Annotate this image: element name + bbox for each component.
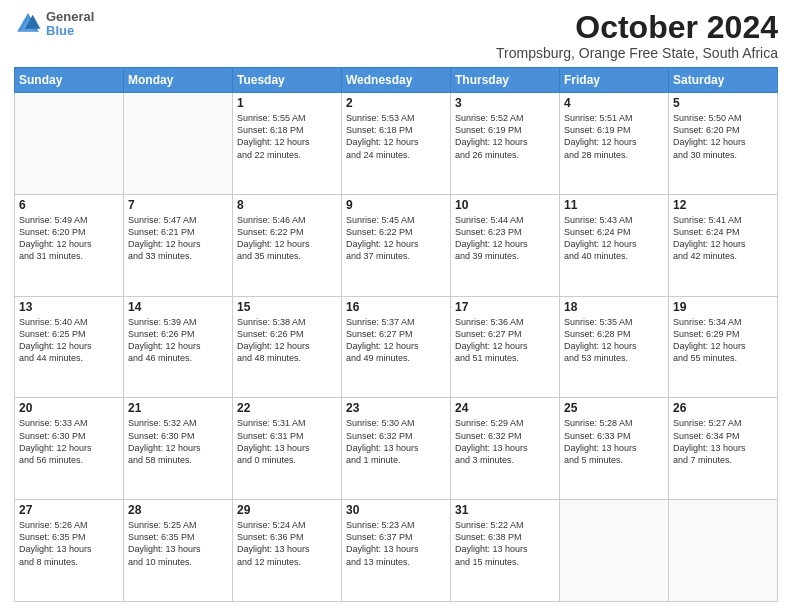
calendar-cell: 2Sunrise: 5:53 AM Sunset: 6:18 PM Daylig…: [342, 93, 451, 195]
day-of-week-saturday: Saturday: [669, 68, 778, 93]
calendar-cell: 12Sunrise: 5:41 AM Sunset: 6:24 PM Dayli…: [669, 194, 778, 296]
day-info: Sunrise: 5:32 AM Sunset: 6:30 PM Dayligh…: [128, 417, 228, 466]
logo-line1: General: [46, 10, 94, 24]
day-number: 29: [237, 503, 337, 517]
day-of-week-tuesday: Tuesday: [233, 68, 342, 93]
day-info: Sunrise: 5:53 AM Sunset: 6:18 PM Dayligh…: [346, 112, 446, 161]
day-info: Sunrise: 5:50 AM Sunset: 6:20 PM Dayligh…: [673, 112, 773, 161]
day-number: 28: [128, 503, 228, 517]
day-of-week-wednesday: Wednesday: [342, 68, 451, 93]
day-info: Sunrise: 5:27 AM Sunset: 6:34 PM Dayligh…: [673, 417, 773, 466]
day-info: Sunrise: 5:39 AM Sunset: 6:26 PM Dayligh…: [128, 316, 228, 365]
day-info: Sunrise: 5:25 AM Sunset: 6:35 PM Dayligh…: [128, 519, 228, 568]
calendar-cell: 9Sunrise: 5:45 AM Sunset: 6:22 PM Daylig…: [342, 194, 451, 296]
day-info: Sunrise: 5:35 AM Sunset: 6:28 PM Dayligh…: [564, 316, 664, 365]
calendar-cell: 18Sunrise: 5:35 AM Sunset: 6:28 PM Dayli…: [560, 296, 669, 398]
day-info: Sunrise: 5:44 AM Sunset: 6:23 PM Dayligh…: [455, 214, 555, 263]
logo-line2: Blue: [46, 24, 94, 38]
day-number: 20: [19, 401, 119, 415]
day-number: 2: [346, 96, 446, 110]
calendar-cell: 13Sunrise: 5:40 AM Sunset: 6:25 PM Dayli…: [15, 296, 124, 398]
logo-text: General Blue: [46, 10, 94, 39]
days-of-week-row: SundayMondayTuesdayWednesdayThursdayFrid…: [15, 68, 778, 93]
day-info: Sunrise: 5:55 AM Sunset: 6:18 PM Dayligh…: [237, 112, 337, 161]
day-number: 10: [455, 198, 555, 212]
calendar-cell: 16Sunrise: 5:37 AM Sunset: 6:27 PM Dayli…: [342, 296, 451, 398]
calendar-cell: 4Sunrise: 5:51 AM Sunset: 6:19 PM Daylig…: [560, 93, 669, 195]
calendar-cell: 7Sunrise: 5:47 AM Sunset: 6:21 PM Daylig…: [124, 194, 233, 296]
calendar-header: SundayMondayTuesdayWednesdayThursdayFrid…: [15, 68, 778, 93]
calendar-cell: 26Sunrise: 5:27 AM Sunset: 6:34 PM Dayli…: [669, 398, 778, 500]
day-number: 25: [564, 401, 664, 415]
day-number: 18: [564, 300, 664, 314]
logo: General Blue: [14, 10, 94, 39]
day-info: Sunrise: 5:31 AM Sunset: 6:31 PM Dayligh…: [237, 417, 337, 466]
day-number: 14: [128, 300, 228, 314]
day-number: 16: [346, 300, 446, 314]
day-number: 11: [564, 198, 664, 212]
day-info: Sunrise: 5:46 AM Sunset: 6:22 PM Dayligh…: [237, 214, 337, 263]
day-info: Sunrise: 5:41 AM Sunset: 6:24 PM Dayligh…: [673, 214, 773, 263]
day-number: 23: [346, 401, 446, 415]
calendar-cell: 6Sunrise: 5:49 AM Sunset: 6:20 PM Daylig…: [15, 194, 124, 296]
calendar-cell: 25Sunrise: 5:28 AM Sunset: 6:33 PM Dayli…: [560, 398, 669, 500]
calendar-cell: 30Sunrise: 5:23 AM Sunset: 6:37 PM Dayli…: [342, 500, 451, 602]
page: General Blue October 2024 Trompsburg, Or…: [0, 0, 792, 612]
calendar-cell: 28Sunrise: 5:25 AM Sunset: 6:35 PM Dayli…: [124, 500, 233, 602]
day-number: 17: [455, 300, 555, 314]
day-number: 24: [455, 401, 555, 415]
calendar-cell: 23Sunrise: 5:30 AM Sunset: 6:32 PM Dayli…: [342, 398, 451, 500]
calendar-cell: 24Sunrise: 5:29 AM Sunset: 6:32 PM Dayli…: [451, 398, 560, 500]
calendar-cell: 3Sunrise: 5:52 AM Sunset: 6:19 PM Daylig…: [451, 93, 560, 195]
calendar-cell: 10Sunrise: 5:44 AM Sunset: 6:23 PM Dayli…: [451, 194, 560, 296]
calendar-table: SundayMondayTuesdayWednesdayThursdayFrid…: [14, 67, 778, 602]
day-info: Sunrise: 5:29 AM Sunset: 6:32 PM Dayligh…: [455, 417, 555, 466]
calendar-cell: [669, 500, 778, 602]
calendar-cell: [124, 93, 233, 195]
week-row-1: 6Sunrise: 5:49 AM Sunset: 6:20 PM Daylig…: [15, 194, 778, 296]
header: General Blue October 2024 Trompsburg, Or…: [14, 10, 778, 61]
day-number: 1: [237, 96, 337, 110]
day-number: 7: [128, 198, 228, 212]
day-of-week-sunday: Sunday: [15, 68, 124, 93]
calendar-cell: 11Sunrise: 5:43 AM Sunset: 6:24 PM Dayli…: [560, 194, 669, 296]
calendar-cell: 21Sunrise: 5:32 AM Sunset: 6:30 PM Dayli…: [124, 398, 233, 500]
day-info: Sunrise: 5:30 AM Sunset: 6:32 PM Dayligh…: [346, 417, 446, 466]
day-number: 8: [237, 198, 337, 212]
day-info: Sunrise: 5:47 AM Sunset: 6:21 PM Dayligh…: [128, 214, 228, 263]
day-number: 12: [673, 198, 773, 212]
day-info: Sunrise: 5:40 AM Sunset: 6:25 PM Dayligh…: [19, 316, 119, 365]
calendar-cell: [15, 93, 124, 195]
day-number: 21: [128, 401, 228, 415]
week-row-2: 13Sunrise: 5:40 AM Sunset: 6:25 PM Dayli…: [15, 296, 778, 398]
day-number: 13: [19, 300, 119, 314]
day-number: 3: [455, 96, 555, 110]
day-of-week-monday: Monday: [124, 68, 233, 93]
calendar-subtitle: Trompsburg, Orange Free State, South Afr…: [496, 45, 778, 61]
calendar-title: October 2024: [496, 10, 778, 45]
day-info: Sunrise: 5:24 AM Sunset: 6:36 PM Dayligh…: [237, 519, 337, 568]
day-number: 22: [237, 401, 337, 415]
day-number: 27: [19, 503, 119, 517]
day-info: Sunrise: 5:23 AM Sunset: 6:37 PM Dayligh…: [346, 519, 446, 568]
title-block: October 2024 Trompsburg, Orange Free Sta…: [496, 10, 778, 61]
day-info: Sunrise: 5:22 AM Sunset: 6:38 PM Dayligh…: [455, 519, 555, 568]
calendar-cell: 15Sunrise: 5:38 AM Sunset: 6:26 PM Dayli…: [233, 296, 342, 398]
day-info: Sunrise: 5:38 AM Sunset: 6:26 PM Dayligh…: [237, 316, 337, 365]
day-info: Sunrise: 5:51 AM Sunset: 6:19 PM Dayligh…: [564, 112, 664, 161]
day-info: Sunrise: 5:45 AM Sunset: 6:22 PM Dayligh…: [346, 214, 446, 263]
day-number: 9: [346, 198, 446, 212]
day-of-week-friday: Friday: [560, 68, 669, 93]
calendar-cell: [560, 500, 669, 602]
day-number: 19: [673, 300, 773, 314]
day-info: Sunrise: 5:33 AM Sunset: 6:30 PM Dayligh…: [19, 417, 119, 466]
calendar-cell: 17Sunrise: 5:36 AM Sunset: 6:27 PM Dayli…: [451, 296, 560, 398]
calendar-cell: 5Sunrise: 5:50 AM Sunset: 6:20 PM Daylig…: [669, 93, 778, 195]
calendar-cell: 29Sunrise: 5:24 AM Sunset: 6:36 PM Dayli…: [233, 500, 342, 602]
day-info: Sunrise: 5:52 AM Sunset: 6:19 PM Dayligh…: [455, 112, 555, 161]
day-number: 5: [673, 96, 773, 110]
calendar-cell: 19Sunrise: 5:34 AM Sunset: 6:29 PM Dayli…: [669, 296, 778, 398]
day-number: 31: [455, 503, 555, 517]
week-row-3: 20Sunrise: 5:33 AM Sunset: 6:30 PM Dayli…: [15, 398, 778, 500]
day-info: Sunrise: 5:37 AM Sunset: 6:27 PM Dayligh…: [346, 316, 446, 365]
